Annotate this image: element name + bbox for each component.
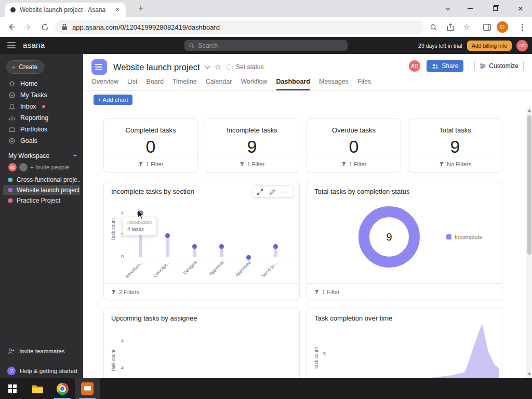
donut-ring: 9 bbox=[358, 206, 420, 268]
chart-card-completion-over-time: Task completion over time Task count 5 bbox=[307, 308, 502, 378]
add-billing-button[interactable]: Add billing info bbox=[467, 41, 512, 51]
workspace-section-header[interactable]: My Workspace + bbox=[8, 152, 77, 159]
file-explorer-button[interactable] bbox=[25, 378, 50, 399]
sliders-icon bbox=[480, 63, 486, 69]
reload-button[interactable] bbox=[38, 21, 51, 33]
sidebar: + Create Home My Tasks Inbox Reporting P… bbox=[0, 54, 83, 378]
create-button[interactable]: + Create bbox=[6, 60, 44, 74]
browser-addressbar: app.asana.com/0/1204199928082419/dashboa… bbox=[0, 17, 532, 37]
lollipop-dot[interactable] bbox=[165, 233, 170, 238]
tab-list[interactable]: List bbox=[127, 78, 137, 90]
project-list-icon[interactable] bbox=[91, 59, 107, 75]
lollipop-dot[interactable] bbox=[246, 255, 251, 260]
project-color-dot bbox=[8, 178, 12, 182]
lollipop-dot[interactable] bbox=[192, 244, 197, 249]
browser-tab-title: Website launch project - Asana bbox=[20, 6, 109, 14]
stat-card-total: Total tasks 9 No Filters bbox=[408, 118, 502, 172]
invite-teammates-button[interactable]: Invite teammates bbox=[0, 345, 83, 357]
tab-overview[interactable]: Overview bbox=[91, 78, 118, 90]
chart-legend: Incomplete bbox=[446, 234, 483, 240]
more-options-icon[interactable]: ··· bbox=[282, 188, 289, 195]
customize-button[interactable]: Customize bbox=[474, 60, 524, 72]
url-omnibox[interactable]: app.asana.com/0/1204199928082419/dashboa… bbox=[55, 20, 424, 34]
placeholder-avatar bbox=[19, 163, 28, 171]
window-minimize-button[interactable] bbox=[461, 0, 479, 17]
presentation-app-icon bbox=[81, 382, 94, 395]
vertical-scrollbar[interactable] bbox=[526, 107, 532, 378]
y-tick: 5 bbox=[317, 351, 326, 356]
tab-search-chevron-icon[interactable] bbox=[439, 0, 457, 17]
briefcase-icon bbox=[8, 126, 16, 133]
add-chart-button[interactable]: + Add chart bbox=[94, 95, 132, 105]
side-panel-icon[interactable] bbox=[481, 21, 493, 33]
y-tick: 2 bbox=[115, 365, 124, 370]
lens-search-icon[interactable] bbox=[428, 21, 439, 33]
add-project-icon[interactable]: + bbox=[73, 152, 77, 159]
share-page-icon[interactable] bbox=[445, 21, 456, 33]
sidebar-item-my-tasks[interactable]: My Tasks bbox=[0, 89, 83, 101]
scrollbar-thumb[interactable] bbox=[527, 115, 531, 255]
window-close-button[interactable]: × bbox=[511, 0, 530, 17]
tab-close-icon[interactable]: × bbox=[113, 6, 122, 14]
browser-tab[interactable]: Website launch project - Asana × bbox=[5, 3, 126, 17]
legend-swatch bbox=[446, 234, 451, 240]
lollipop-dot[interactable] bbox=[273, 244, 278, 249]
sidebar-item-goals[interactable]: Goals bbox=[0, 135, 83, 147]
start-button[interactable] bbox=[0, 378, 25, 399]
share-button[interactable]: Share bbox=[427, 60, 463, 72]
presentation-app-button[interactable] bbox=[75, 378, 100, 399]
project-color-dot bbox=[8, 188, 12, 192]
inbox-notification-dot bbox=[42, 105, 45, 108]
trial-countdown: 29 days left in trial bbox=[418, 43, 462, 49]
sidebar-project-website-launch[interactable]: Website launch project ··· bbox=[3, 185, 80, 195]
back-button[interactable] bbox=[5, 21, 18, 33]
tab-workflow[interactable]: Workflow bbox=[241, 78, 267, 90]
sidebar-item-portfolios[interactable]: Portfolios bbox=[0, 124, 83, 135]
x-axis-label: Approval bbox=[208, 260, 225, 276]
project-title-chevron-icon[interactable] bbox=[204, 63, 210, 69]
lollipop-dot[interactable] bbox=[219, 244, 224, 249]
tab-files[interactable]: Files bbox=[357, 78, 371, 90]
sidebar-item-home[interactable]: Home bbox=[0, 78, 83, 89]
browser-tabstrip: Website launch project - Asana × + × bbox=[0, 0, 532, 17]
asana-favicon-icon bbox=[10, 7, 16, 12]
project-title: Website launch project bbox=[113, 62, 200, 72]
tab-board[interactable]: Board bbox=[147, 78, 164, 90]
workspace-member-avatar[interactable]: AD bbox=[8, 163, 17, 171]
sidebar-toggle-icon[interactable] bbox=[7, 42, 16, 48]
window-restore-button[interactable] bbox=[486, 0, 504, 17]
expand-icon[interactable] bbox=[257, 189, 263, 195]
sidebar-item-inbox[interactable]: Inbox bbox=[0, 101, 83, 112]
x-axis-label: Concept... bbox=[152, 260, 171, 278]
new-tab-button[interactable]: + bbox=[134, 3, 148, 15]
edit-pencil-icon[interactable] bbox=[269, 189, 276, 195]
sidebar-item-reporting[interactable]: Reporting bbox=[0, 112, 83, 124]
invite-people-link[interactable]: + Invite people bbox=[30, 164, 69, 170]
bookmark-star-icon[interactable]: ☆ bbox=[461, 21, 472, 33]
user-avatar[interactable]: AD bbox=[516, 40, 528, 51]
sidebar-project-practice[interactable]: Practice Project bbox=[3, 195, 80, 206]
help-getting-started-button[interactable]: ? Help & getting started bbox=[0, 365, 83, 377]
member-avatar[interactable]: AD bbox=[408, 59, 421, 73]
browser-menu-icon[interactable] bbox=[516, 21, 528, 33]
windows-taskbar bbox=[0, 378, 532, 399]
lollipop-stem bbox=[166, 235, 169, 257]
search-icon bbox=[189, 43, 194, 49]
scroll-up-arrow[interactable] bbox=[526, 107, 532, 114]
filter-funnel-icon bbox=[138, 162, 143, 167]
chrome-taskbar-button[interactable] bbox=[50, 378, 75, 399]
set-status-button[interactable]: Set status bbox=[227, 63, 263, 71]
tab-calendar[interactable]: Calendar bbox=[206, 78, 232, 90]
global-search[interactable] bbox=[184, 40, 348, 51]
tab-messages[interactable]: Messages bbox=[319, 78, 349, 90]
browser-profile-avatar[interactable]: O bbox=[497, 21, 508, 33]
x-axis-line bbox=[125, 257, 291, 257]
tab-timeline[interactable]: Timeline bbox=[172, 78, 197, 90]
search-input[interactable] bbox=[198, 42, 343, 49]
tab-dashboard[interactable]: Dashboard bbox=[276, 78, 310, 90]
forward-button[interactable] bbox=[22, 21, 34, 33]
stat-card-completed: Completed tasks 0 1 Filter bbox=[103, 118, 198, 172]
scroll-down-arrow[interactable] bbox=[526, 371, 532, 378]
sidebar-project-cross-functional[interactable]: Cross-functional proje... bbox=[3, 175, 80, 185]
favorite-star-icon[interactable]: ☆ bbox=[215, 62, 221, 72]
